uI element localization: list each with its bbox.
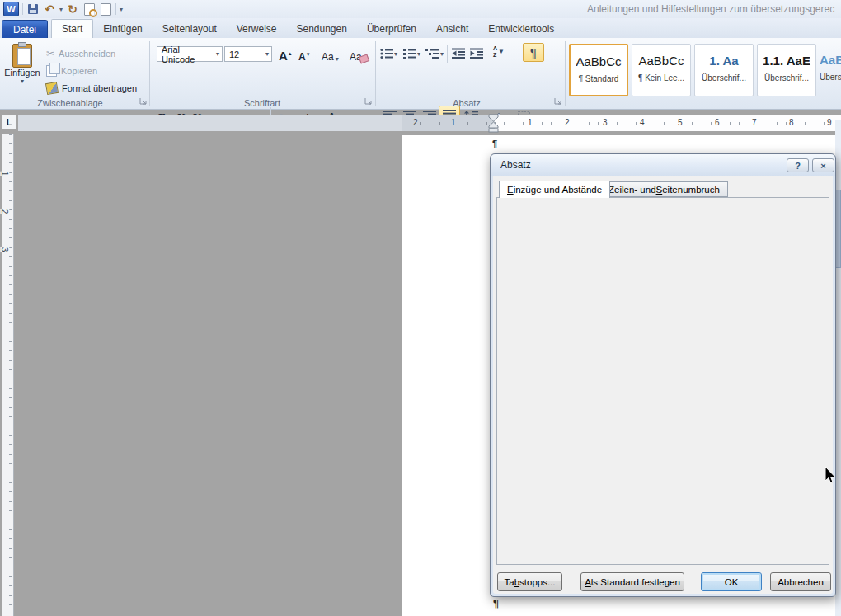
font-size-combo[interactable]: 12 ▾ bbox=[224, 46, 272, 62]
decrease-indent-icon bbox=[452, 48, 466, 59]
grow-arrow-icon: ▲ bbox=[288, 51, 293, 56]
paste-button[interactable]: Einfügen ▾ bbox=[3, 42, 41, 103]
tab-ueberpruefen[interactable]: Überprüfen bbox=[357, 20, 426, 38]
separator bbox=[22, 3, 23, 15]
tab-ansicht[interactable]: Ansicht bbox=[426, 20, 478, 38]
new-document-button[interactable] bbox=[99, 2, 112, 16]
tab-selector[interactable]: L bbox=[2, 115, 16, 129]
tab-start[interactable]: Start bbox=[51, 19, 93, 38]
paragraph-dialog-launcher[interactable] bbox=[553, 97, 562, 106]
ruler-number: 3 bbox=[0, 247, 9, 252]
copy-label: Kopieren bbox=[61, 66, 97, 76]
copy-icon bbox=[46, 65, 57, 77]
shrink-font-button[interactable]: A▼ bbox=[298, 45, 311, 63]
tab-datei[interactable]: Datei bbox=[2, 20, 48, 38]
style-label: Überschrif... bbox=[695, 73, 753, 82]
bullets-dropdown-icon[interactable]: ▾ bbox=[394, 50, 397, 58]
scrollbar-thumb[interactable] bbox=[835, 190, 841, 268]
vertical-ruler[interactable]: 1 2 3 bbox=[2, 134, 14, 616]
decrease-indent-button[interactable] bbox=[450, 45, 467, 62]
tab-sendungen[interactable]: Sendungen bbox=[286, 20, 356, 38]
change-case-dropdown-icon[interactable]: ▾ bbox=[336, 55, 339, 63]
style-sample: 1.1. AaE bbox=[758, 54, 815, 68]
dialog-close-button[interactable]: × bbox=[812, 158, 834, 172]
ruler-number: 3 bbox=[601, 118, 609, 127]
indent-marker[interactable] bbox=[488, 114, 500, 133]
ok-button[interactable]: OK bbox=[701, 572, 762, 591]
font-size-dropdown-icon[interactable]: ▾ bbox=[263, 50, 271, 58]
ruler-number: 2 bbox=[563, 118, 571, 127]
ruler-number: 8 bbox=[787, 118, 796, 127]
sort-button[interactable]: A Z ▼ bbox=[490, 43, 508, 60]
style-card-kein-leerraum[interactable]: AaBbCc ¶ Kein Lee... bbox=[632, 44, 691, 96]
word-logo-icon[interactable]: W bbox=[3, 2, 19, 16]
tab-verweise[interactable]: Verweise bbox=[227, 20, 287, 38]
customize-qat-button[interactable]: ▾ bbox=[120, 6, 123, 13]
multilevel-list-button[interactable] bbox=[424, 45, 440, 62]
multilevel-list-icon bbox=[425, 48, 439, 59]
vertical-scrollbar[interactable] bbox=[835, 120, 841, 616]
ruler-number: 1 bbox=[449, 118, 458, 127]
ribbon: Einfügen ▾ ✂ Ausschneiden Kopieren Forma… bbox=[0, 38, 841, 110]
numbering-dropdown-icon[interactable]: ▾ bbox=[417, 50, 420, 58]
tabstopps-button[interactable]: Tabstopps... bbox=[497, 572, 562, 591]
paragraph-mark-bottom: ¶ bbox=[493, 597, 499, 609]
change-case-button[interactable]: Aa▾ bbox=[322, 45, 339, 63]
absatz-dialog: Absatz ? × Einzüge und Abstände Zeilen- … bbox=[490, 153, 836, 597]
ruler-number: 9 bbox=[825, 118, 834, 127]
group-divider bbox=[565, 41, 566, 106]
dialog-help-button[interactable]: ? bbox=[787, 158, 809, 172]
style-label: Überschrif... bbox=[758, 73, 815, 82]
ruler-number: 1 bbox=[0, 172, 9, 176]
mouse-cursor bbox=[825, 467, 837, 485]
font-name-value: Arial Unicode bbox=[162, 45, 214, 64]
numbering-icon bbox=[403, 48, 416, 59]
tab-seitenlayout[interactable]: Seitenlayout bbox=[153, 20, 227, 38]
font-dialog-launcher[interactable] bbox=[364, 97, 373, 106]
format-painter-button[interactable]: Format übertragen bbox=[46, 81, 137, 96]
new-document-icon bbox=[101, 3, 111, 16]
multilevel-dropdown-icon[interactable]: ▾ bbox=[440, 50, 444, 58]
style-card-cut[interactable]: AaBb Übersc bbox=[820, 44, 841, 96]
style-card-standard[interactable]: AaBbCc ¶ Standard bbox=[569, 44, 628, 96]
font-group-label: Schriftart bbox=[153, 98, 372, 108]
separator bbox=[115, 3, 116, 15]
tab-entwicklertools[interactable]: Entwicklertools bbox=[478, 20, 564, 38]
dialog-tab-zeilen-seitenumbruch[interactable]: Zeilen- und Seitenumbruch bbox=[600, 181, 728, 197]
copy-button[interactable]: Kopieren bbox=[46, 63, 97, 78]
ruler-number: 1 bbox=[526, 118, 534, 127]
redo-button[interactable]: ↻ bbox=[66, 2, 79, 16]
als-standard-festlegen-button[interactable]: Als Standard festlegen bbox=[580, 572, 684, 591]
ruler-number: 5 bbox=[676, 118, 684, 127]
bullets-button[interactable] bbox=[379, 45, 394, 62]
style-card-ueberschrift1[interactable]: 1. Aa Überschrif... bbox=[694, 44, 754, 96]
undo-dropdown[interactable]: ▾ bbox=[59, 6, 63, 13]
increase-indent-button[interactable] bbox=[468, 45, 485, 62]
save-icon bbox=[28, 4, 38, 14]
ribbon-tab-row: Datei Start Einfügen Seitenlayout Verwei… bbox=[0, 18, 841, 38]
font-size-value: 12 bbox=[229, 49, 239, 59]
dialog-title-bar[interactable]: Absatz ? × bbox=[491, 154, 835, 176]
tab-einfuegen[interactable]: Einfügen bbox=[93, 20, 152, 38]
font-name-combo[interactable]: Arial Unicode ▾ bbox=[157, 46, 223, 62]
clear-formatting-button[interactable]: Aa bbox=[350, 45, 362, 63]
save-button[interactable] bbox=[26, 2, 40, 16]
grow-font-button[interactable]: A▲ bbox=[279, 45, 293, 63]
paste-dropdown-icon[interactable]: ▾ bbox=[21, 78, 24, 85]
show-paragraph-marks-button[interactable]: ¶ bbox=[523, 43, 544, 62]
clipboard-dialog-launcher[interactable] bbox=[139, 97, 148, 106]
dialog-tab-einzuege-abstaende[interactable]: Einzüge und Abstände bbox=[499, 181, 610, 198]
ruler-number: 2 bbox=[411, 118, 420, 127]
undo-button[interactable]: ↶ bbox=[43, 2, 56, 16]
abbrechen-button[interactable]: Abbrechen bbox=[770, 572, 831, 591]
shrink-font-glyph: A bbox=[298, 51, 306, 63]
window-title: Anleitungen und Hilfestellungen zum über… bbox=[587, 3, 841, 15]
numbering-button[interactable] bbox=[402, 45, 417, 62]
font-name-dropdown-icon[interactable]: ▾ bbox=[214, 50, 222, 58]
horizontal-ruler[interactable]: 2 1 1 2 3 4 5 6 7 8 9 bbox=[18, 115, 841, 131]
cut-button[interactable]: ✂ Ausschneiden bbox=[46, 46, 115, 61]
print-preview-button[interactable] bbox=[82, 2, 96, 16]
style-card-ueberschrift2[interactable]: 1.1. AaE Überschrif... bbox=[757, 44, 816, 96]
sort-z-glyph: Z bbox=[493, 52, 497, 59]
group-divider bbox=[375, 41, 376, 106]
